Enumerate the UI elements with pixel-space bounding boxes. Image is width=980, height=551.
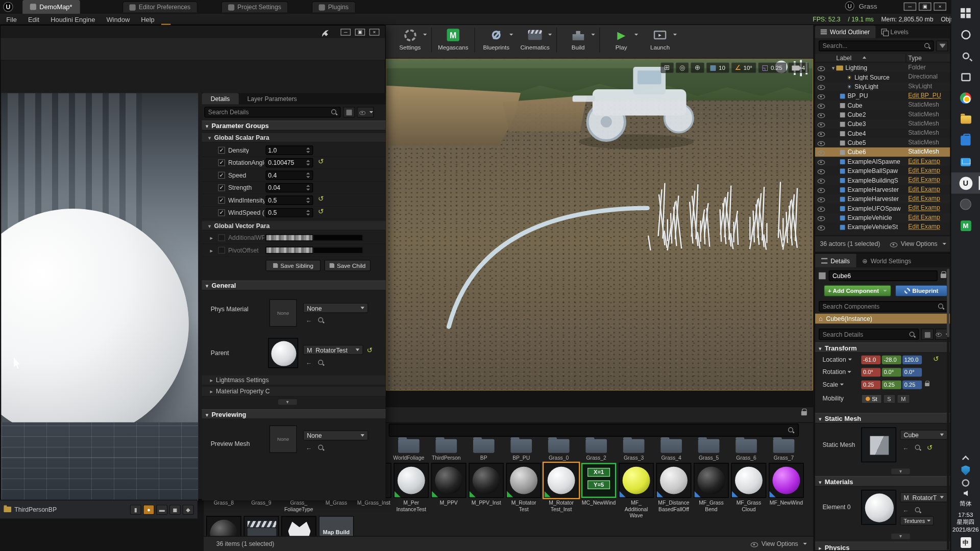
visibility-eye-icon[interactable]: [817, 92, 825, 100]
tab-details[interactable]: Details: [202, 93, 239, 104]
param-value-field[interactable]: 0.5: [265, 208, 313, 217]
close-button[interactable]: ×: [370, 29, 380, 35]
tab-details[interactable]: Details: [815, 254, 856, 267]
tab-world-outliner[interactable]: World Outliner: [815, 26, 875, 38]
outliner-row[interactable]: ExampleHarvesterEdit Examp: [815, 185, 950, 194]
static-mesh-dropdown[interactable]: Cube: [900, 430, 947, 440]
outliner-search-input[interactable]: Search...: [819, 41, 934, 52]
transform-section-header[interactable]: Transform: [815, 342, 950, 353]
minimize-button[interactable]: ─: [904, 3, 916, 11]
expander-icon[interactable]: [210, 247, 213, 254]
visibility-eye-icon[interactable]: [817, 158, 825, 165]
visibility-eye-icon[interactable]: [817, 148, 825, 156]
breadcrumb[interactable]: ThirdPersonBP: [4, 506, 57, 513]
quixel-taskbar-icon[interactable]: [951, 215, 980, 236]
search-details-input[interactable]: Search Details: [204, 107, 340, 117]
store-taskbar-icon[interactable]: [951, 130, 980, 152]
alpha-swatch[interactable]: [313, 234, 363, 241]
content-folder[interactable]: BP: [466, 439, 501, 461]
build-button[interactable]: Build: [559, 25, 598, 51]
lock-icon[interactable]: [801, 411, 807, 416]
actor-type-link[interactable]: Edit Examp: [908, 176, 949, 183]
asset-tile[interactable]: M_Rotator Test_Inst: [544, 463, 579, 518]
play-button[interactable]: Play: [602, 25, 641, 51]
scale-snap-button[interactable]: 0.25: [758, 62, 786, 73]
preview-shape-plane-button[interactable]: ▬: [156, 505, 167, 515]
window-header[interactable]: ─▣×: [1, 26, 385, 38]
outliner-row[interactable]: ExampleAISpawneEdit Examp: [815, 157, 950, 166]
grid-snap-button[interactable]: 10: [706, 62, 729, 73]
visibility-eye-icon[interactable]: [817, 120, 825, 128]
reset-to-default-icon[interactable]: [318, 208, 324, 215]
chrome-taskbar-icon[interactable]: [951, 87, 980, 109]
ime-language[interactable]: 简体: [960, 500, 971, 508]
column-label[interactable]: Label: [836, 55, 851, 61]
alpha-swatch[interactable]: [313, 247, 363, 254]
param-value-field[interactable]: 1.0: [265, 145, 313, 155]
blueprints-button[interactable]: Blueprints: [477, 25, 516, 51]
asset-tile[interactable]: MF_Grass Cloud: [731, 463, 767, 518]
asset-tile[interactable]: MF_Distance BasedFallOff: [656, 463, 692, 518]
visibility-eye-icon[interactable]: [817, 111, 825, 118]
preview-mesh-dropdown[interactable]: None: [303, 431, 368, 441]
visibility-eye-icon[interactable]: [817, 214, 825, 221]
lock-icon[interactable]: [941, 273, 946, 278]
visibility-eye-icon[interactable]: [817, 205, 825, 212]
preview-mesh-thumbnail[interactable]: None: [270, 425, 297, 453]
world-space-button[interactable]: [691, 62, 704, 73]
transform-label[interactable]: Scale: [822, 381, 844, 388]
actor-type-link[interactable]: Edit Examp: [908, 195, 949, 202]
blueprint-add-script-button[interactable]: Blueprint: [895, 285, 947, 296]
visibility-eye-icon[interactable]: [817, 130, 825, 137]
restore-button[interactable]: ▣: [355, 29, 365, 35]
visibility-eye-icon[interactable]: [817, 139, 825, 146]
material-thumbnail[interactable]: [861, 490, 896, 525]
content-search-input[interactable]: [389, 423, 799, 437]
param-value-field[interactable]: 0.4: [265, 170, 313, 180]
lightmass-settings-row[interactable]: Lightmass Settings: [202, 375, 386, 386]
asset-tile[interactable]: X=1Y=5MC_NewWind: [581, 463, 617, 518]
search-taskbar-icon[interactable]: [951, 45, 980, 66]
location-y-field[interactable]: -28.0: [882, 356, 901, 364]
phys-material-thumbnail[interactable]: None: [270, 299, 297, 327]
pin-icon[interactable]: [322, 30, 329, 37]
visibility-eye-icon[interactable]: [817, 102, 825, 109]
scale-y-field[interactable]: 0.25: [882, 381, 901, 389]
param-value-field[interactable]: 0.5: [265, 195, 313, 205]
rotation-snap-button[interactable]: 10°: [731, 62, 756, 73]
restore-button[interactable]: ▣: [919, 3, 931, 11]
reset-to-default-icon[interactable]: [318, 158, 324, 165]
visibility-eye-icon[interactable]: [817, 195, 825, 203]
preview-shape-cube-button[interactable]: ◼: [169, 505, 181, 515]
textures-dropdown[interactable]: Textures: [900, 516, 934, 525]
material-preview-viewport[interactable]: [1, 93, 198, 500]
expand-advanced-button[interactable]: [891, 468, 910, 474]
outliner-row[interactable]: ExampleUFOSpawEdit Examp: [815, 204, 950, 213]
mobility-option[interactable]: M: [897, 394, 910, 404]
property-matrix-button[interactable]: [921, 329, 934, 340]
menu-file[interactable]: File: [6, 15, 17, 23]
search-components-input[interactable]: Search Components: [819, 301, 947, 312]
asset-tile[interactable]: MF_Grass Bend: [694, 463, 729, 518]
content-folder[interactable]: Grass_0: [541, 439, 576, 461]
actor-type-link[interactable]: Edit Examp: [908, 167, 949, 173]
outliner-row[interactable]: CubeStaticMesh: [815, 101, 950, 110]
hidden-icons-chevron[interactable]: [962, 456, 969, 463]
param-enabled-checkbox[interactable]: [218, 147, 225, 154]
outliner-row[interactable]: Cube6StaticMesh: [815, 147, 950, 157]
browse-icon[interactable]: [317, 359, 324, 366]
param-value-field[interactable]: 0.100475: [265, 158, 313, 167]
settings-button[interactable]: Settings: [390, 25, 429, 51]
browse-icon[interactable]: [914, 444, 921, 451]
menu-edit[interactable]: Edit: [28, 15, 39, 23]
outliner-row[interactable]: ExampleHarvesterEdit Examp: [815, 194, 950, 204]
speaker-icon[interactable]: [964, 490, 968, 496]
visibility-eye-icon[interactable]: [817, 186, 825, 193]
add-component-button[interactable]: + Add Component: [824, 285, 891, 296]
parent-material-thumbnail[interactable]: [268, 338, 298, 368]
cinematics-button[interactable]: Cinematics: [516, 25, 554, 51]
parameter-groups-header[interactable]: Parameter Groups: [202, 120, 386, 131]
start-taskbar-icon[interactable]: [951, 3, 980, 24]
property-matrix-button[interactable]: [343, 107, 355, 117]
display-filter-button[interactable]: [357, 107, 374, 117]
